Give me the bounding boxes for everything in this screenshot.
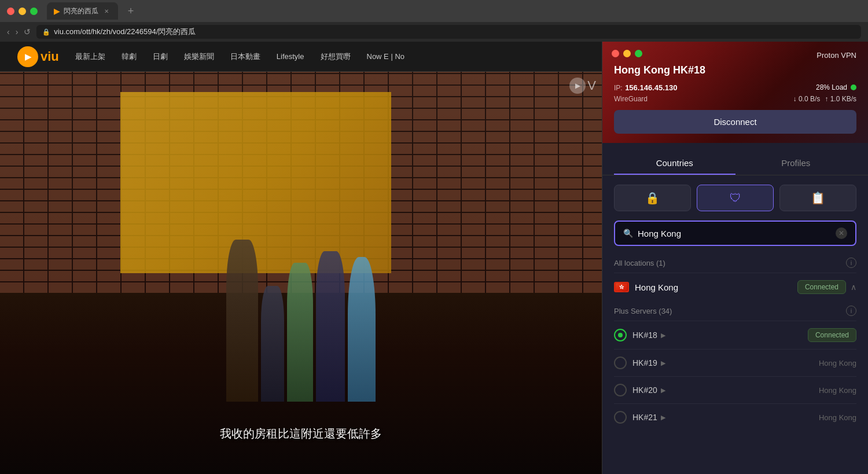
load-container: 28% Load <box>816 83 856 91</box>
figure-1 <box>226 240 258 402</box>
search-container: 🔍 ✕ <box>602 221 868 253</box>
tab-close-button[interactable]: ✕ <box>102 6 111 16</box>
search-input[interactable] <box>638 229 831 238</box>
country-connected-badge: Connected <box>797 280 846 294</box>
server-id-hk20: HK#20 <box>632 385 657 395</box>
all-locations-label: All locations (1) <box>614 259 665 267</box>
vpn-traffic-lights <box>612 50 642 57</box>
disconnect-button[interactable]: Disconnect <box>614 110 856 134</box>
plus-servers-info-icon[interactable]: i <box>846 306 856 316</box>
server-id-hk19: HK#19 <box>632 358 657 368</box>
vpn-close-button[interactable] <box>612 50 619 57</box>
server-play-icon-hk20: ▶ <box>661 387 665 394</box>
vpn-header: Proton VPN Hong Kong HK#18 IP: 156.146.4… <box>602 42 868 143</box>
nav-item-3[interactable]: 娛樂新聞 <box>184 52 214 62</box>
shield-filter-icon: 🛡 <box>730 192 741 205</box>
video-container[interactable]: 我收的房租比這附近還要低許多 ▶ V <box>0 72 602 474</box>
address-bar: ‹ › ↺ 🔒 viu.com/ott/hk/zh/vod/2246594/閃亮… <box>0 22 868 42</box>
traffic-lights <box>7 8 38 15</box>
lock-icon: 🔒 <box>42 28 50 36</box>
vpn-body: Countries Profiles 🔒 🛡 📋 🔍 <box>602 143 868 474</box>
hong-kong-name: Hong Kong <box>635 282 797 292</box>
profile-filter-icon: 📋 <box>811 191 825 205</box>
server-row-hk18[interactable]: HK#18 ▶ Connected <box>614 321 856 349</box>
filter-all-button[interactable]: 🔒 <box>614 185 691 211</box>
viu-watermark-icon: ▶ <box>569 78 586 94</box>
proton-vpn-title: Proton VPN <box>816 51 856 60</box>
filter-profiles-button[interactable]: 📋 <box>779 185 856 211</box>
speed-down: ↓ 0.0 B/s <box>793 95 821 103</box>
browser-chrome: ▶ 閃亮的西瓜 ✕ + ‹ › ↺ 🔒 viu.com/ott/hk/zh/vo… <box>0 0 868 42</box>
viu-logo: ▶ viu <box>17 46 59 67</box>
server-id-hk21: HK#21 <box>632 413 657 422</box>
tab-title: 閃亮的西瓜 <box>64 6 98 16</box>
server-radio-hk19 <box>614 357 627 369</box>
all-locations-section: All locations (1) i 🇭🇰 Hong Kong Connect… <box>602 253 868 301</box>
back-button[interactable]: ‹ <box>7 27 10 36</box>
url-text: viu.com/ott/hk/zh/vod/2246594/閃亮的西瓜 <box>54 27 196 37</box>
hong-kong-location-row[interactable]: 🇭🇰 Hong Kong Connected ∧ <box>614 273 856 301</box>
viu-logo-icon: ▶ <box>17 46 38 67</box>
url-box[interactable]: 🔒 viu.com/ott/hk/zh/vod/2246594/閃亮的西瓜 <box>36 25 861 39</box>
website-area: ▶ viu 最新上架 韓劇 日劇 娛樂新聞 日本動畫 Lifestyle 好想買… <box>0 42 602 474</box>
filter-row: 🔒 🛡 📋 <box>602 175 868 221</box>
server-play-icon-hk21: ▶ <box>661 414 665 421</box>
server-location-hk20: Hong Kong <box>819 386 856 395</box>
lock-filter-icon: 🔒 <box>645 191 660 205</box>
close-button[interactable] <box>7 8 14 15</box>
protocol-text: WireGuard <box>614 95 648 103</box>
title-bar: ▶ 閃亮的西瓜 ✕ + <box>0 0 868 22</box>
forward-button[interactable]: › <box>16 27 19 36</box>
server-name-hk18: HK#18 ▶ <box>632 330 808 340</box>
search-icon: 🔍 <box>623 229 633 238</box>
nav-item-7[interactable]: Now E | No <box>367 52 405 61</box>
tab-countries[interactable]: Countries <box>614 152 735 175</box>
nav-item-6[interactable]: 好想買嘢 <box>321 52 351 62</box>
viu-watermark-text: V <box>587 78 596 93</box>
tab-profiles[interactable]: Profiles <box>735 152 857 175</box>
figures <box>30 140 572 402</box>
search-box: 🔍 ✕ <box>614 221 856 246</box>
server-location-hk21: Hong Kong <box>819 413 856 422</box>
nav-item-0[interactable]: 最新上架 <box>75 52 105 62</box>
server-row-hk19[interactable]: HK#19 ▶ Hong Kong <box>614 349 856 376</box>
speed-up: ↑ 1.0 KB/s <box>825 95 856 103</box>
nav-item-2[interactable]: 日劇 <box>153 52 168 62</box>
tab-favicon: ▶ <box>54 6 60 16</box>
video-bg: 我收的房租比這附近還要低許多 ▶ V <box>0 72 602 474</box>
server-row-hk20[interactable]: HK#20 ▶ Hong Kong <box>614 376 856 403</box>
ip-value: 156.146.45.130 <box>625 83 677 92</box>
nav-item-5[interactable]: Lifestyle <box>277 52 304 61</box>
all-locations-info-icon[interactable]: i <box>846 258 856 268</box>
browser-tab[interactable]: ▶ 閃亮的西瓜 ✕ <box>47 2 118 20</box>
server-details: IP: 156.146.45.130 28% Load <box>614 82 856 93</box>
speed-info: ↓ 0.0 B/s ↑ 1.0 KB/s <box>793 95 856 103</box>
nav-item-1[interactable]: 韓劇 <box>122 52 137 62</box>
protocol-row: WireGuard ↓ 0.0 B/s ↑ 1.0 KB/s <box>614 95 856 103</box>
server-name-hk19: HK#19 ▶ <box>632 358 819 368</box>
scene: 我收的房租比這附近還要低許多 <box>0 72 602 474</box>
server-name-hk21: HK#21 ▶ <box>632 413 819 422</box>
server-id-hk18: HK#18 <box>632 330 657 340</box>
figure-4 <box>316 251 345 402</box>
all-locations-header: All locations (1) i <box>614 253 856 273</box>
viu-watermark: ▶ V <box>569 78 596 94</box>
vpn-title-bar: Proton VPN <box>614 51 856 60</box>
vpn-panel: Proton VPN Hong Kong HK#18 IP: 156.146.4… <box>602 42 868 474</box>
minimize-button[interactable] <box>19 8 26 15</box>
server-radio-hk21 <box>614 411 627 424</box>
server-name-hk20: HK#20 ▶ <box>632 385 819 395</box>
country-expand-icon[interactable]: ∧ <box>851 282 856 292</box>
server-radio-hk20 <box>614 384 627 396</box>
nav-item-4[interactable]: 日本動畫 <box>230 52 260 62</box>
server-row-hk21[interactable]: HK#21 ▶ Hong Kong <box>614 403 856 431</box>
vpn-minimize-button[interactable] <box>623 50 631 57</box>
new-tab-button[interactable]: + <box>123 3 139 19</box>
vpn-maximize-button[interactable] <box>635 50 642 57</box>
server-location-hk19: Hong Kong <box>819 359 856 368</box>
load-indicator <box>851 84 856 90</box>
maximize-button[interactable] <box>30 8 38 15</box>
refresh-button[interactable]: ↺ <box>24 27 31 36</box>
search-clear-button[interactable]: ✕ <box>836 227 847 239</box>
filter-shield-button[interactable]: 🛡 <box>697 185 774 211</box>
